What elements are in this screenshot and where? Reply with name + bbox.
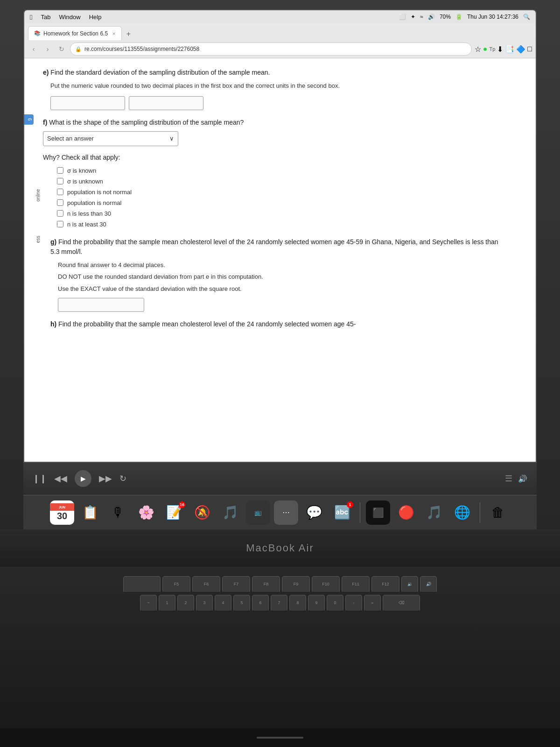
dock-item-calendar[interactable]: JUN 30	[50, 500, 74, 525]
numeric-value-input[interactable]	[50, 96, 125, 110]
tv-icon: 📺	[254, 509, 262, 516]
dock-item-dark[interactable]: ⬛	[366, 500, 390, 525]
key-6[interactable]: 6	[252, 595, 269, 612]
units-input[interactable]	[129, 96, 203, 110]
dock-item-record[interactable]: 🔴	[394, 500, 418, 525]
macbook-label-area: MacBook Air	[0, 529, 560, 566]
key-f7[interactable]: F7	[222, 576, 250, 593]
browser-chrome: 📚 Homework for Section 6.5 × + ‹ › ↻ 🔒 r…	[24, 23, 536, 58]
key-2[interactable]: 2	[177, 595, 194, 612]
key-4[interactable]: 4	[215, 595, 231, 612]
volume-icon[interactable]: 🔊	[428, 14, 435, 20]
dock-item-podcasts[interactable]: 🎙	[106, 500, 130, 525]
active-tab[interactable]: 📚 Homework for Section 6.5 ×	[28, 26, 122, 40]
checkbox-sigma-known[interactable]: σ is known	[57, 167, 498, 174]
key-0[interactable]: 0	[327, 595, 343, 612]
dock-item-notes[interactable]: 📋	[78, 500, 102, 525]
address-bar[interactable]: 🔒 re.com/courses/113555/assignments/2276…	[70, 42, 472, 56]
menu-help[interactable]: Help	[89, 14, 102, 21]
volume-ctrl-icon[interactable]: 🔊	[518, 474, 527, 483]
dock-item-chrome[interactable]: 🌐	[450, 500, 474, 525]
dock-item-tv[interactable]: 📺	[246, 500, 270, 525]
dock-item-trash[interactable]: 🗑	[486, 500, 510, 525]
cb-pop-not-normal[interactable]	[57, 189, 63, 195]
skip-back-icon[interactable]: ◀◀	[54, 473, 67, 484]
key-volume-down[interactable]: 🔉	[401, 576, 418, 593]
key-f8[interactable]: F8	[252, 576, 280, 593]
search-icon[interactable]: 🔍	[523, 14, 530, 20]
calendar-day: 30	[57, 511, 67, 521]
keyboard: F5 F6 F7 F8 F9 F10 F11 F12 🔉 🔊 ~ 1 2 3 4…	[123, 576, 437, 612]
menu-window[interactable]: Window	[59, 14, 80, 21]
key-equals[interactable]: =	[364, 595, 381, 612]
checkbox-pop-normal[interactable]: population is normal	[57, 199, 498, 206]
key-7[interactable]: 7	[271, 595, 287, 612]
dock-item-more[interactable]: ⋯	[274, 500, 298, 525]
list-icon[interactable]: ☰	[505, 473, 512, 484]
cb-n-less-30[interactable]	[57, 210, 63, 217]
key-f9[interactable]: F9	[282, 576, 310, 593]
dock-item-font[interactable]: 🔤 1	[330, 500, 354, 525]
extension-icon[interactable]: 🔷	[516, 45, 525, 54]
refresh-button[interactable]: ↻	[56, 43, 67, 55]
why-text: Why? Check all that apply:	[43, 154, 120, 161]
menu-tab[interactable]: Tab	[41, 14, 50, 21]
profile-icon[interactable]: ●	[483, 45, 488, 53]
bookmark2-icon[interactable]: 📑	[505, 45, 514, 54]
cb-pop-normal[interactable]	[57, 199, 63, 206]
back-button[interactable]: ‹	[28, 43, 39, 55]
key-1[interactable]: 1	[159, 595, 175, 612]
key-f11[interactable]: F11	[342, 576, 370, 593]
key-3[interactable]: 3	[196, 595, 213, 612]
menu-icon[interactable]: □	[527, 45, 532, 53]
key-tilde[interactable]: ~	[140, 595, 157, 612]
key-f5[interactable]: F5	[162, 576, 190, 593]
shape-dropdown[interactable]: Select an answer ∨	[43, 131, 178, 146]
cb-sigma-unknown[interactable]	[57, 178, 63, 184]
checkbox-sigma-unknown[interactable]: σ is unknown	[57, 178, 498, 185]
key-f12[interactable]: F12	[371, 576, 399, 593]
tab-favicon: 📚	[34, 30, 41, 36]
key-f6[interactable]: F6	[192, 576, 220, 593]
dock-item-spotify[interactable]: 🎵	[422, 500, 446, 525]
key-f10[interactable]: F10	[312, 576, 340, 593]
checkbox-pop-not-normal[interactable]: population is not normal	[57, 189, 498, 196]
key-fn[interactable]	[123, 576, 161, 593]
cb-n-at-least-30[interactable]	[57, 221, 63, 227]
dock-item-reminders[interactable]: 📝 16	[162, 500, 186, 525]
download-icon[interactable]: ⬇	[497, 45, 503, 54]
dock-item-music[interactable]: 🎵	[218, 500, 242, 525]
key-5[interactable]: 5	[233, 595, 250, 612]
trash-icon: 🗑	[491, 505, 504, 520]
key-label: 🔊	[426, 582, 431, 586]
question-h-body: Find the probability that the sample mea…	[58, 320, 356, 328]
spotify-icon: 🎵	[426, 505, 442, 520]
translate-btn[interactable]: Tp	[489, 46, 495, 52]
skip-forward-icon[interactable]: ▶▶	[99, 473, 112, 484]
replay-icon[interactable]: ↻	[119, 473, 126, 484]
rewind-icon[interactable]: ❙❙	[33, 473, 47, 484]
key-minus[interactable]: -	[345, 595, 362, 612]
g-answer-input[interactable]	[58, 298, 144, 312]
play-button[interactable]: ▶	[75, 470, 91, 487]
record-icon: 🔴	[398, 505, 414, 520]
dock-item-donotdisturb[interactable]: 🔕	[190, 500, 214, 525]
checkbox-n-at-least-30[interactable]: n is at least 30	[57, 221, 498, 228]
key-delete[interactable]: ⌫	[383, 595, 420, 612]
question-e-body: Find the standard deviation of the sampl…	[50, 69, 270, 76]
checkbox-n-less-30[interactable]: n is less than 30	[57, 210, 498, 217]
cb-sigma-known[interactable]	[57, 167, 63, 174]
dock-item-photos[interactable]: 🌸	[134, 500, 158, 525]
dock-item-messages[interactable]: 💬	[302, 500, 326, 525]
key-volume-up[interactable]: 🔊	[420, 576, 437, 593]
forward-button[interactable]: ›	[42, 43, 53, 55]
tab-close-btn[interactable]: ×	[112, 31, 115, 36]
apple-menu-icon[interactable]: 	[30, 13, 32, 21]
new-tab-button[interactable]: +	[123, 28, 135, 40]
wifi-icon[interactable]: ≈	[420, 14, 423, 20]
bluetooth-icon: ✦	[411, 14, 415, 20]
bookmark-icon[interactable]: ☆	[475, 45, 481, 54]
key-8[interactable]: 8	[289, 595, 306, 612]
key-9[interactable]: 9	[308, 595, 325, 612]
key-label: F8	[264, 582, 269, 586]
